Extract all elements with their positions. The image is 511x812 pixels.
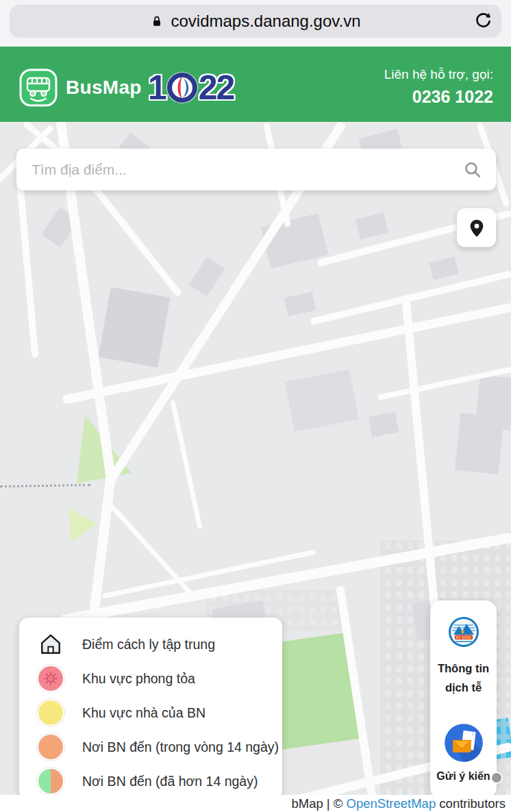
house-icon xyxy=(37,631,64,658)
search-icon[interactable] xyxy=(463,160,482,179)
legend-label: Nơi BN đến (trong vòng 14 ngày) xyxy=(82,739,279,755)
marker-dot xyxy=(490,772,503,784)
app-header: BusMap 1 22 Liên hệ hỗ trợ, gọi: 0236 10… xyxy=(0,47,511,122)
openstreetmap-link[interactable]: OpenStreetMap xyxy=(347,796,436,811)
attribution-bar: bMap | © OpenStreetMap contributors xyxy=(0,795,511,812)
building xyxy=(369,411,399,437)
lockdown-zone-icon xyxy=(37,665,64,692)
legend-item-visited-old: Nơi BN đến (đã hơn 14 ngày) xyxy=(19,764,282,798)
locate-button[interactable] xyxy=(457,208,496,247)
support-label: Liên hệ hỗ trợ, gọi: xyxy=(384,67,493,82)
legend-label: Khu vực phong tỏa xyxy=(82,671,195,687)
building xyxy=(99,287,171,368)
url-bar[interactable]: covidmaps.danang.gov.vn xyxy=(10,5,501,38)
road xyxy=(170,400,202,529)
building xyxy=(285,370,359,432)
building xyxy=(284,292,316,316)
reload-button[interactable] xyxy=(474,12,493,31)
legend-label: Khu vực nhà của BN xyxy=(82,705,205,721)
feedback-envelope-icon[interactable] xyxy=(443,722,484,763)
legend-item-lockdown: Khu vực phong tỏa xyxy=(19,661,282,696)
epidemiology-info-label-line1[interactable]: Thông tin xyxy=(430,662,497,675)
svg-text:ĐÀ NẴNG: ĐÀ NẴNG xyxy=(456,635,471,639)
attribution-suffix: contributors xyxy=(436,796,506,811)
browser-topbar: covidmaps.danang.gov.vn xyxy=(0,0,511,47)
legend-label: Điểm cách ly tập trung xyxy=(82,637,215,652)
phone-screen: TrọngĐườngLýKhiêmHoàngĐườngy Cao ThắngĐư… xyxy=(0,0,511,812)
logo-1022-digit: 22 xyxy=(199,70,234,105)
building xyxy=(189,257,225,296)
road xyxy=(16,170,39,358)
legend-item-patient-home: Khu vực nhà của BN xyxy=(19,696,282,730)
side-panel: ĐÀ NẴNG Thông tin dịch tễ Gửi ý kiến xyxy=(430,600,497,798)
park xyxy=(68,508,97,542)
feedback-label[interactable]: Gửi ý kiến xyxy=(430,770,497,783)
logo-1022: 1 22 xyxy=(148,70,234,105)
logo-1022-zero-icon xyxy=(165,71,199,105)
legend-item-quarantine: Điểm cách ly tập trung xyxy=(19,627,282,661)
brand-name: BusMap xyxy=(66,77,142,99)
support-phone-number[interactable]: 0236 1022 xyxy=(384,87,493,107)
support-contact: Liên hệ hỗ trợ, gọi: 0236 1022 xyxy=(384,67,493,107)
url-text: covidmaps.danang.gov.vn xyxy=(171,12,360,31)
map-pin-icon xyxy=(467,218,486,238)
patient-home-icon xyxy=(37,699,64,726)
search-bar[interactable] xyxy=(16,149,496,190)
visited-old-icon xyxy=(37,767,64,795)
building xyxy=(455,413,504,474)
busmap-logo-icon[interactable] xyxy=(19,68,58,107)
danang-city-logo[interactable]: ĐÀ NẴNG xyxy=(447,616,480,648)
visited-recent-icon xyxy=(37,733,64,761)
epidemiology-info-label-line2[interactable]: dịch tễ xyxy=(430,681,497,694)
attribution-prefix: bMap | © xyxy=(291,796,346,811)
logo-1022-digit: 1 xyxy=(148,70,166,105)
search-input[interactable] xyxy=(30,161,456,179)
lock-icon xyxy=(150,13,164,29)
legend-panel: Điểm cách ly tập trung Khu vực phong tỏa… xyxy=(19,618,282,800)
legend-item-visited-recent: Nơi BN đến (trong vòng 14 ngày) xyxy=(19,730,282,764)
railway xyxy=(0,484,90,487)
building xyxy=(429,257,458,280)
legend-label: Nơi BN đến (đã hơn 14 ngày) xyxy=(82,774,258,789)
building xyxy=(356,212,388,239)
